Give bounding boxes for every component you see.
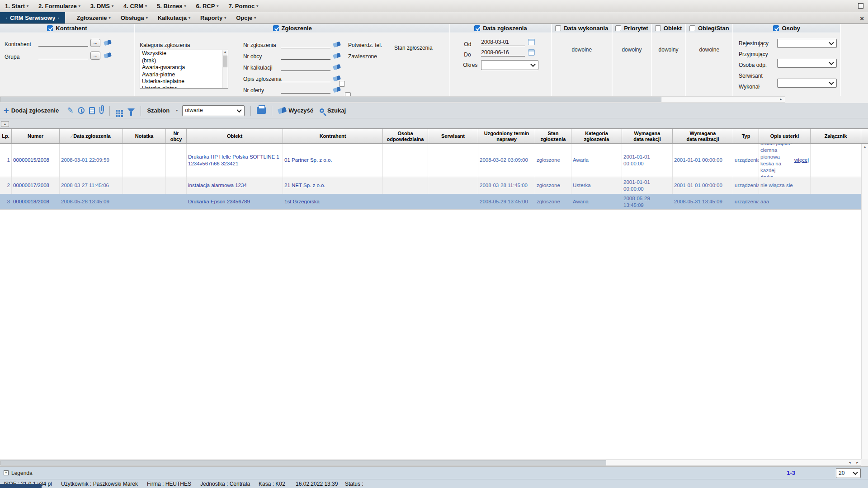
kontrahent-lookup-button[interactable]: ...: [90, 39, 100, 47]
page-size-select[interactable]: 20: [836, 468, 861, 478]
grupa-eraser-icon[interactable]: [104, 52, 112, 59]
kontrahent-checkbox[interactable]: [47, 25, 53, 31]
cell-numer[interactable]: 00000018/2008: [12, 194, 60, 209]
kontrahent-eraser-icon[interactable]: [104, 40, 112, 46]
filter-icon[interactable]: [127, 108, 135, 113]
table-row[interactable]: 100000015/20082008-03-01 22:09:59Drukark…: [0, 144, 868, 177]
menu-item-1-start[interactable]: 1. Start▾: [0, 0, 33, 12]
legend-label[interactable]: Legenda: [11, 470, 33, 476]
cell-obiekt[interactable]: Drukarka Epson 23456789: [187, 194, 283, 209]
table-vscrollbar[interactable]: ▲: [861, 144, 868, 459]
tab-crm-serwisowy[interactable]: · CRM Serwisowy ·: [0, 12, 65, 23]
column-header-kontrahent[interactable]: Kontrahent: [283, 129, 383, 143]
nr-zg-oszenia-eraser-icon[interactable]: [333, 42, 341, 48]
menu-item-7-pomoc[interactable]: 7. Pomoc▾: [223, 0, 263, 12]
document-icon[interactable]: [89, 107, 95, 114]
okres-select[interactable]: [481, 60, 538, 70]
nr-kalkulacji-eraser-icon[interactable]: [333, 64, 341, 70]
column-header-serwisant[interactable]: Serwisant: [428, 129, 478, 143]
kategoria-item[interactable]: Usterka-płatne: [140, 85, 228, 89]
fullscreen-icon[interactable]: [858, 3, 863, 9]
column-header-uzgodniony-termin-naprawy[interactable]: Uzgodniony termin naprawy: [478, 129, 535, 143]
nr-zg-oszenia-input[interactable]: [281, 41, 330, 48]
menu-item-2-formularze[interactable]: 2. Formularze▾: [33, 0, 85, 12]
data-wykonania-checkbox[interactable]: [555, 25, 561, 31]
cell-numer[interactable]: 00000015/2008: [12, 144, 60, 177]
nr-obcy-input[interactable]: [281, 52, 330, 60]
module-menu-obsługa[interactable]: Obsługa▾: [116, 12, 153, 23]
do-input[interactable]: 2008-06-16: [481, 49, 525, 56]
kategoria-item[interactable]: (brak): [140, 57, 228, 65]
template-caret-icon[interactable]: ▾: [176, 108, 178, 113]
column-header-wymagana-data-realizacji[interactable]: Wymagana data realizacji: [673, 129, 733, 143]
column-header-nr-obcy[interactable]: Nr obcy: [166, 129, 187, 143]
kategoria-scroll-thumb[interactable]: [223, 56, 227, 67]
search-button[interactable]: Szukaj: [320, 107, 346, 114]
obiekt-checkbox[interactable]: [655, 25, 661, 31]
menu-item-6-rcp[interactable]: 6. RCP▾: [191, 0, 223, 12]
opis-zg-oszenia-input[interactable]: [281, 75, 330, 82]
column-header-wymagana-data-reakcji[interactable]: Wymagana data reakcji: [622, 129, 673, 143]
priorytet-checkbox[interactable]: [615, 25, 621, 31]
cell-obiekt[interactable]: instalacja alarmowa 1234: [187, 177, 283, 194]
filter-hscrollbar[interactable]: ►: [0, 96, 868, 103]
column-header-notatka[interactable]: Notatka: [123, 129, 166, 143]
od-input[interactable]: 2008-03-01: [481, 39, 525, 46]
kategoria-item[interactable]: Usterka-niepłatne: [140, 78, 228, 85]
close-icon[interactable]: ×: [860, 14, 864, 21]
column-header-lp.[interactable]: Lp.: [0, 129, 12, 143]
table-hscroll-right-arrow[interactable]: ►: [854, 460, 861, 465]
nr-oferty-input[interactable]: [281, 86, 330, 94]
column-header-opis-usterki[interactable]: Opis usterki: [759, 129, 811, 143]
nr-oferty-eraser-icon[interactable]: [333, 87, 341, 93]
table-hscroll-left-arrow[interactable]: ◄: [846, 460, 853, 465]
cell-kontrahent[interactable]: 01 Partner Sp. z o.o.: [283, 144, 383, 177]
zgloszenie-checkbox[interactable]: [273, 25, 279, 31]
kategoria-item[interactable]: Wszystkie: [140, 50, 228, 57]
columns-grid-icon[interactable]: [116, 110, 118, 112]
column-header-osoba-odpowiedzialna[interactable]: Osoba odpowiedzialna: [383, 129, 428, 143]
module-menu-raporty[interactable]: Raporty▾: [195, 12, 231, 23]
column-header-obiekt[interactable]: Obiekt: [187, 129, 283, 143]
more-link[interactable]: więcej: [794, 157, 809, 164]
grupa-input[interactable]: [38, 52, 88, 59]
kategoria-item[interactable]: Awaria-gwarancja: [140, 64, 228, 71]
do-calendar-icon[interactable]: [528, 49, 535, 56]
filter-hscroll-thumb[interactable]: [0, 97, 661, 102]
column-header-kategoria-zgłoszenia[interactable]: Kategoria zgłoszenia: [571, 129, 622, 143]
column-header-numer[interactable]: Numer: [12, 129, 60, 143]
data-zgloszenia-checkbox[interactable]: [474, 25, 480, 31]
column-header-typ[interactable]: Typ: [733, 129, 759, 143]
table-row[interactable]: 300000018/20082008-05-28 13:45:09Drukark…: [0, 194, 868, 210]
table-hscrollbar[interactable]: ◄ ►: [0, 459, 868, 466]
cell-obiekt[interactable]: Drukarka HP Helle Polska SOFTLINE 1 1234…: [187, 144, 283, 177]
osoby-checkbox[interactable]: [773, 25, 779, 31]
nr-obcy-eraser-icon[interactable]: [333, 53, 341, 59]
osoby-select-osoba-odp-[interactable]: [777, 79, 837, 88]
nr-kalkulacji-input[interactable]: [281, 64, 330, 71]
cell-kontrahent[interactable]: 21 NET Sp. z o.o.: [283, 177, 383, 194]
menu-item-4-crm[interactable]: 4. CRM▾: [118, 0, 152, 12]
grupa-lookup-button[interactable]: ...: [90, 52, 100, 60]
attachment-icon[interactable]: [99, 107, 104, 114]
module-menu-kalkulacja[interactable]: Kalkulacja▾: [153, 12, 195, 23]
checkbox-potwierdz-tel-[interactable]: [339, 81, 345, 87]
kategoria-scrollbar[interactable]: ▲: [222, 50, 228, 88]
kontrahent-input[interactable]: [38, 39, 88, 47]
add-ticket-button[interactable]: + Dodaj zgłoszenie: [4, 107, 59, 115]
table-hscroll-thumb[interactable]: [0, 460, 606, 465]
osoby-select-rejestruj-cy[interactable]: [777, 39, 837, 48]
od-calendar-icon[interactable]: [528, 39, 535, 45]
module-menu-opcje[interactable]: Opcje▾: [231, 12, 261, 23]
module-menu-zgłoszenie[interactable]: Zgłoszenie▾: [71, 12, 115, 23]
obieg-stan-checkbox[interactable]: [689, 25, 695, 31]
menu-item-5-biznes[interactable]: 5. Biznes▾: [152, 0, 191, 12]
table-row[interactable]: 200000017/20082008-03-27 11:45:06instala…: [0, 177, 868, 194]
column-header-załącznik[interactable]: Załącznik: [811, 129, 861, 143]
print-icon[interactable]: [257, 107, 266, 114]
clear-button[interactable]: Wyczyść: [278, 107, 313, 114]
column-header-data-zgłoszenia[interactable]: ∕Data zgłoszenia: [60, 129, 123, 143]
legend-expand-icon[interactable]: +: [4, 470, 9, 475]
menu-item-3-dms[interactable]: 3. DMS▾: [85, 0, 118, 12]
column-header-stan-zgłoszenia[interactable]: Stan zgłoszenia: [535, 129, 571, 143]
